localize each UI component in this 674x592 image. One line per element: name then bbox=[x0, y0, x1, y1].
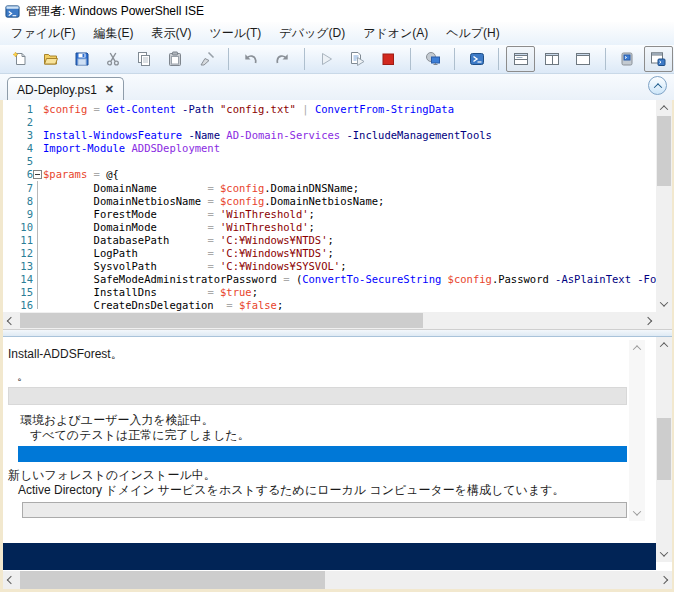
menu-item[interactable]: ツール(T) bbox=[200, 22, 270, 45]
console-horizontal-scrollbar[interactable] bbox=[3, 571, 672, 589]
collapse-script-pane-button[interactable] bbox=[648, 76, 667, 95]
code-token: AD-Domain-Services bbox=[226, 129, 340, 141]
line-number: 9 bbox=[3, 208, 33, 221]
toolbar-separator bbox=[228, 48, 229, 70]
stop-operation-icon bbox=[380, 51, 396, 67]
editor-vertical-scrollbar[interactable] bbox=[656, 100, 672, 312]
window-border-left bbox=[0, 100, 3, 592]
code-line[interactable]: 2 bbox=[3, 116, 656, 129]
scrollbar-thumb[interactable] bbox=[20, 313, 423, 328]
line-number: 14 bbox=[3, 273, 33, 286]
clear-console-pane-button[interactable] bbox=[192, 46, 221, 72]
scroll-left-arrow[interactable] bbox=[3, 571, 19, 589]
code-token: DomainName bbox=[43, 182, 207, 194]
progress-record: Install-ADDSForest。。 bbox=[3, 347, 656, 405]
line-number: 13 bbox=[3, 260, 33, 273]
stop-operation-button[interactable] bbox=[374, 46, 403, 72]
progress-status: 。 bbox=[17, 369, 656, 384]
line-number: 6 bbox=[3, 168, 33, 181]
menu-item[interactable]: ヘルプ(H) bbox=[437, 22, 509, 45]
progress-activity: 新しいフォレストのインストール中。 bbox=[8, 468, 656, 483]
line-number: 3 bbox=[3, 129, 33, 142]
undo-icon bbox=[243, 51, 259, 67]
save-script-button[interactable] bbox=[67, 46, 96, 72]
menu-item[interactable]: ファイル(F) bbox=[2, 22, 84, 45]
menu-item[interactable]: デバッグ(D) bbox=[270, 22, 354, 45]
toolbar-separator bbox=[498, 48, 499, 70]
tab-ad-deploy[interactable]: AD-Deploy.ps1 ✕ bbox=[7, 77, 124, 101]
scroll-right-arrow[interactable] bbox=[656, 571, 672, 589]
code-token: ; bbox=[252, 286, 258, 298]
run-selection-button[interactable] bbox=[343, 46, 372, 72]
code-line[interactable]: 5 bbox=[3, 155, 656, 168]
tab-label: AD-Deploy.ps1 bbox=[17, 83, 97, 97]
editor-horizontal-scrollbar[interactable] bbox=[3, 312, 656, 329]
open-script-button[interactable] bbox=[36, 46, 65, 72]
code-line[interactable]: 8 DomainNetbiosName = $config.DomainNetb… bbox=[3, 195, 656, 208]
menu-item[interactable]: アドオン(A) bbox=[354, 22, 437, 45]
code-line[interactable]: 11 DatabasePath = 'C:¥Windows¥NTDS'; bbox=[3, 234, 656, 247]
pane-splitter[interactable] bbox=[3, 329, 672, 337]
console-input-area[interactable] bbox=[3, 543, 656, 570]
scrollbar-thumb[interactable] bbox=[657, 116, 671, 186]
show-command-window-button[interactable] bbox=[644, 46, 673, 72]
scroll-right-arrow[interactable] bbox=[640, 312, 656, 329]
menu-item[interactable]: 編集(E) bbox=[84, 22, 142, 45]
show-script-pane-maximized-button[interactable] bbox=[569, 46, 598, 72]
code-token: "config.txt" bbox=[220, 103, 296, 115]
scroll-up-arrow[interactable] bbox=[656, 337, 672, 353]
code-line[interactable]: 7 DomainName = $config.DomainDNSName; bbox=[3, 182, 656, 195]
scroll-down-arrow[interactable] bbox=[629, 505, 645, 521]
menu-item[interactable]: 表示(V) bbox=[142, 22, 200, 45]
scrollbar-thumb[interactable] bbox=[20, 571, 325, 589]
scrollbar-thumb[interactable] bbox=[657, 418, 671, 480]
copy-button[interactable] bbox=[130, 46, 159, 72]
scroll-left-arrow[interactable] bbox=[3, 312, 19, 329]
paste-icon bbox=[167, 51, 183, 67]
code-line[interactable]: 1$config = Get-Content -Path "config.txt… bbox=[3, 103, 656, 116]
show-script-pane-right-button[interactable] bbox=[537, 46, 566, 72]
tab-close-icon[interactable]: ✕ bbox=[105, 83, 114, 96]
scroll-up-arrow[interactable] bbox=[656, 100, 672, 116]
code-line[interactable]: 13 SysvolPath = 'C:¥Windows¥SYSVOL'; bbox=[3, 260, 656, 273]
progress-status: すべてのテストは正常に完了しました。 bbox=[30, 428, 656, 443]
scroll-up-arrow[interactable] bbox=[629, 340, 645, 356]
new-script-button[interactable] bbox=[5, 46, 34, 72]
code-line[interactable]: 4Import-Module ADDSDeployment bbox=[3, 142, 656, 155]
line-number: 1 bbox=[3, 103, 33, 116]
code-line[interactable]: 12 LogPath = 'C:¥Windows¥NTDS'; bbox=[3, 247, 656, 260]
run-script-button[interactable] bbox=[311, 46, 340, 72]
code-token: $config bbox=[43, 103, 87, 115]
start-powershell-button[interactable] bbox=[462, 46, 491, 72]
paste-button[interactable] bbox=[161, 46, 190, 72]
code-line[interactable]: 15 InstallDns = $true; bbox=[3, 286, 656, 299]
code-token: -Path bbox=[182, 103, 214, 115]
code-line[interactable]: 6$params = @{ bbox=[3, 168, 656, 181]
code-line[interactable]: 10 DomainMode = 'WinThreshold'; bbox=[3, 221, 656, 234]
code-fold-toggle[interactable] bbox=[33, 170, 42, 179]
redo-button[interactable] bbox=[267, 46, 296, 72]
code-line[interactable]: 9 ForestMode = 'WinThreshold'; bbox=[3, 208, 656, 221]
progress-vertical-scrollbar[interactable] bbox=[629, 340, 645, 521]
new-remote-powershell-tab-button[interactable] bbox=[418, 46, 447, 72]
script-editor-pane[interactable]: 1$config = Get-Content -Path "config.txt… bbox=[3, 100, 672, 329]
code-token: CreateDnsDelegation bbox=[43, 299, 226, 311]
new-powershell-tab-button[interactable] bbox=[613, 46, 642, 72]
code-line[interactable]: 16 CreateDnsDelegation = $false; bbox=[3, 299, 656, 312]
scroll-down-arrow[interactable] bbox=[656, 296, 672, 312]
code-token: .Password bbox=[492, 273, 555, 285]
code-area[interactable]: 1$config = Get-Content -Path "config.txt… bbox=[3, 100, 656, 312]
scroll-down-arrow[interactable] bbox=[656, 546, 672, 562]
code-line[interactable]: 3Install-WindowsFeature -Name AD-Domain-… bbox=[3, 129, 656, 142]
show-script-pane-top-button[interactable] bbox=[506, 46, 535, 72]
scrollbar-corner bbox=[656, 312, 672, 329]
cut-button[interactable] bbox=[99, 46, 128, 72]
code-line[interactable]: 14 SafeModeAdministratorPassword = (Conv… bbox=[3, 273, 656, 286]
code-token: @{ bbox=[106, 168, 119, 180]
progress-bar bbox=[22, 502, 627, 518]
console-vertical-scrollbar[interactable] bbox=[656, 337, 672, 562]
undo-button[interactable] bbox=[236, 46, 265, 72]
run-selection-icon bbox=[349, 51, 365, 67]
code-token: ForestMode bbox=[43, 208, 207, 220]
code-token: = bbox=[207, 208, 220, 220]
